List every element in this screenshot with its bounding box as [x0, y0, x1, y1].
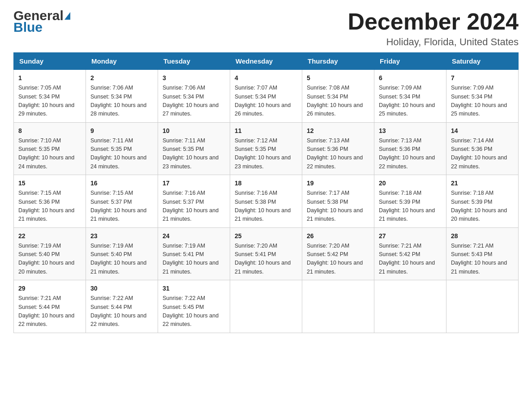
table-row: 13 Sunrise: 7:13 AMSunset: 5:36 PMDaylig… [374, 122, 446, 175]
day-info: Sunrise: 7:09 AMSunset: 5:34 PMDaylight:… [379, 85, 435, 117]
table-row: 6 Sunrise: 7:09 AMSunset: 5:34 PMDayligh… [374, 70, 446, 123]
day-info: Sunrise: 7:19 AMSunset: 5:40 PMDaylight:… [18, 243, 74, 275]
day-info: Sunrise: 7:20 AMSunset: 5:42 PMDaylight:… [307, 243, 363, 275]
week-row-1: 1 Sunrise: 7:05 AMSunset: 5:34 PMDayligh… [14, 70, 519, 123]
day-number: 25 [235, 231, 297, 241]
day-number: 24 [163, 231, 225, 241]
day-number: 6 [379, 73, 442, 83]
col-friday: Friday [374, 53, 446, 70]
table-row: 28 Sunrise: 7:21 AMSunset: 5:43 PMDaylig… [446, 227, 519, 280]
table-row [374, 280, 446, 333]
table-row: 1 Sunrise: 7:05 AMSunset: 5:34 PMDayligh… [14, 70, 86, 123]
day-info: Sunrise: 7:21 AMSunset: 5:43 PMDaylight:… [451, 243, 507, 275]
day-info: Sunrise: 7:07 AMSunset: 5:34 PMDaylight:… [235, 85, 291, 117]
day-number: 20 [379, 179, 442, 188]
day-info: Sunrise: 7:09 AMSunset: 5:34 PMDaylight:… [451, 85, 507, 117]
table-row: 22 Sunrise: 7:19 AMSunset: 5:40 PMDaylig… [14, 227, 86, 280]
day-number: 15 [18, 179, 81, 188]
day-number: 11 [235, 126, 297, 136]
day-number: 12 [307, 126, 369, 136]
day-info: Sunrise: 7:19 AMSunset: 5:40 PMDaylight:… [90, 243, 146, 275]
table-row: 7 Sunrise: 7:09 AMSunset: 5:34 PMDayligh… [446, 70, 519, 123]
day-number: 26 [307, 231, 369, 241]
day-number: 3 [163, 73, 225, 83]
day-info: Sunrise: 7:22 AMSunset: 5:44 PMDaylight:… [90, 295, 146, 327]
col-sunday: Sunday [14, 53, 86, 70]
table-row: 11 Sunrise: 7:12 AMSunset: 5:35 PMDaylig… [230, 122, 302, 175]
day-number: 7 [451, 73, 514, 83]
week-row-4: 22 Sunrise: 7:19 AMSunset: 5:40 PMDaylig… [14, 227, 519, 280]
table-row: 29 Sunrise: 7:21 AMSunset: 5:44 PMDaylig… [14, 280, 86, 333]
col-tuesday: Tuesday [158, 53, 230, 70]
table-row: 5 Sunrise: 7:08 AMSunset: 5:34 PMDayligh… [302, 70, 374, 123]
logo-triangle-icon [64, 12, 70, 20]
day-info: Sunrise: 7:15 AMSunset: 5:37 PMDaylight:… [90, 190, 146, 222]
table-row: 27 Sunrise: 7:21 AMSunset: 5:42 PMDaylig… [374, 227, 446, 280]
day-info: Sunrise: 7:05 AMSunset: 5:34 PMDaylight:… [18, 85, 74, 117]
col-monday: Monday [86, 53, 158, 70]
day-info: Sunrise: 7:11 AMSunset: 5:35 PMDaylight:… [90, 137, 146, 170]
table-row: 18 Sunrise: 7:16 AMSunset: 5:38 PMDaylig… [230, 175, 302, 228]
day-info: Sunrise: 7:06 AMSunset: 5:34 PMDaylight:… [90, 85, 146, 117]
day-number: 30 [90, 284, 153, 293]
table-row: 17 Sunrise: 7:16 AMSunset: 5:37 PMDaylig… [158, 175, 230, 228]
day-number: 23 [90, 231, 153, 241]
title-area: December 2024 Holiday, Florida, United S… [348, 9, 519, 48]
day-number: 29 [18, 284, 81, 293]
day-info: Sunrise: 7:22 AMSunset: 5:45 PMDaylight:… [163, 295, 219, 327]
day-info: Sunrise: 7:21 AMSunset: 5:44 PMDaylight:… [18, 295, 74, 327]
day-number: 16 [90, 179, 153, 188]
table-row: 26 Sunrise: 7:20 AMSunset: 5:42 PMDaylig… [302, 227, 374, 280]
table-row: 14 Sunrise: 7:14 AMSunset: 5:36 PMDaylig… [446, 122, 519, 175]
day-info: Sunrise: 7:18 AMSunset: 5:39 PMDaylight:… [379, 190, 435, 222]
table-row: 30 Sunrise: 7:22 AMSunset: 5:44 PMDaylig… [86, 280, 158, 333]
day-number: 22 [18, 231, 81, 241]
day-number: 5 [307, 73, 369, 83]
day-info: Sunrise: 7:16 AMSunset: 5:38 PMDaylight:… [235, 190, 291, 222]
table-row [230, 280, 302, 333]
day-info: Sunrise: 7:15 AMSunset: 5:36 PMDaylight:… [18, 190, 74, 222]
day-number: 8 [18, 126, 81, 136]
col-thursday: Thursday [302, 53, 374, 70]
day-number: 19 [307, 179, 369, 188]
table-row: 24 Sunrise: 7:19 AMSunset: 5:41 PMDaylig… [158, 227, 230, 280]
table-row: 4 Sunrise: 7:07 AMSunset: 5:34 PMDayligh… [230, 70, 302, 123]
location-subtitle: Holiday, Florida, United States [348, 36, 519, 48]
day-info: Sunrise: 7:21 AMSunset: 5:42 PMDaylight:… [379, 243, 435, 275]
day-number: 28 [451, 231, 514, 241]
day-number: 14 [451, 126, 514, 136]
table-row: 19 Sunrise: 7:17 AMSunset: 5:38 PMDaylig… [302, 175, 374, 228]
day-number: 9 [90, 126, 153, 136]
month-year-title: December 2024 [348, 9, 519, 34]
header-row: Sunday Monday Tuesday Wednesday Thursday… [14, 53, 519, 70]
table-row: 23 Sunrise: 7:19 AMSunset: 5:40 PMDaylig… [86, 227, 158, 280]
col-saturday: Saturday [446, 53, 519, 70]
day-info: Sunrise: 7:13 AMSunset: 5:36 PMDaylight:… [307, 137, 363, 170]
day-info: Sunrise: 7:18 AMSunset: 5:39 PMDaylight:… [451, 190, 507, 222]
day-info: Sunrise: 7:10 AMSunset: 5:35 PMDaylight:… [18, 137, 74, 170]
day-number: 31 [163, 284, 225, 293]
table-row: 21 Sunrise: 7:18 AMSunset: 5:39 PMDaylig… [446, 175, 519, 228]
day-info: Sunrise: 7:19 AMSunset: 5:41 PMDaylight:… [163, 243, 219, 275]
logo-blue-text: Blue [13, 21, 71, 34]
table-row: 15 Sunrise: 7:15 AMSunset: 5:36 PMDaylig… [14, 175, 86, 228]
day-number: 13 [379, 126, 442, 136]
day-info: Sunrise: 7:16 AMSunset: 5:37 PMDaylight:… [163, 190, 219, 222]
day-info: Sunrise: 7:11 AMSunset: 5:35 PMDaylight:… [163, 137, 219, 170]
day-number: 21 [451, 179, 514, 188]
day-number: 2 [90, 73, 153, 83]
day-info: Sunrise: 7:14 AMSunset: 5:36 PMDaylight:… [451, 137, 507, 170]
day-info: Sunrise: 7:12 AMSunset: 5:35 PMDaylight:… [235, 137, 291, 170]
day-info: Sunrise: 7:20 AMSunset: 5:41 PMDaylight:… [235, 243, 291, 275]
table-row [446, 280, 519, 333]
logo: General Blue [13, 9, 71, 34]
table-row: 31 Sunrise: 7:22 AMSunset: 5:45 PMDaylig… [158, 280, 230, 333]
day-info: Sunrise: 7:17 AMSunset: 5:38 PMDaylight:… [307, 190, 363, 222]
day-number: 27 [379, 231, 442, 241]
table-row: 25 Sunrise: 7:20 AMSunset: 5:41 PMDaylig… [230, 227, 302, 280]
day-number: 4 [235, 73, 297, 83]
day-info: Sunrise: 7:08 AMSunset: 5:34 PMDaylight:… [307, 85, 363, 117]
table-row: 12 Sunrise: 7:13 AMSunset: 5:36 PMDaylig… [302, 122, 374, 175]
day-number: 1 [18, 73, 81, 83]
table-row: 9 Sunrise: 7:11 AMSunset: 5:35 PMDayligh… [86, 122, 158, 175]
